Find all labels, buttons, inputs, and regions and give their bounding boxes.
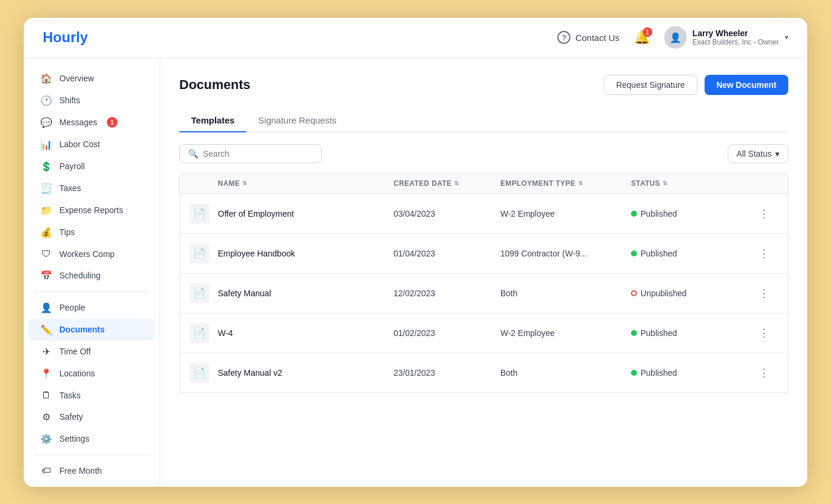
- sidebar-item-label: Locations: [59, 369, 95, 378]
- status-label: Published: [640, 209, 677, 218]
- contact-us-label: Contact Us: [575, 33, 619, 43]
- tag-icon: 🏷: [40, 465, 52, 476]
- avatar: 👤: [664, 26, 687, 49]
- more-actions-button[interactable]: ⋮: [750, 247, 778, 260]
- sidebar-item-labor-cost[interactable]: 📊 Labor Cost: [28, 134, 155, 156]
- sidebar-item-label: Overview: [59, 74, 94, 83]
- table-row[interactable]: 📄 Employee Handbook 01/04/2023 1099 Cont…: [179, 234, 788, 274]
- contact-us-button[interactable]: ? Contact Us: [557, 31, 619, 44]
- user-name: Larry Wheeler: [693, 28, 779, 38]
- sidebar-item-tips[interactable]: 💰 Tips: [28, 221, 155, 243]
- sidebar-item-payroll[interactable]: 💲 Payroll: [28, 156, 155, 177]
- sort-type-icon: ⇅: [578, 180, 583, 186]
- status-label: Published: [640, 328, 677, 338]
- doc-name: Safety Manual: [218, 289, 394, 298]
- th-created-date[interactable]: CREATED DATE ⇅: [394, 179, 500, 188]
- sort-name-icon: ⇅: [242, 180, 247, 186]
- sidebar-item-expense-reports[interactable]: 📁 Expense Reports: [28, 199, 155, 221]
- sidebar-item-overview[interactable]: 🏠 Overview: [28, 68, 155, 90]
- app-logo: Hourly: [43, 29, 88, 46]
- sidebar-item-taxes[interactable]: 🧾 Taxes: [28, 177, 155, 199]
- calendar-icon: 📅: [40, 270, 52, 281]
- shield-icon: 🛡: [40, 249, 52, 259]
- folder-icon: 📁: [40, 205, 52, 216]
- doc-date: 01/04/2023: [394, 249, 500, 258]
- messages-badge: 1: [107, 117, 118, 128]
- sidebar-item-label: Payroll: [59, 161, 85, 171]
- user-company: Exact Builders, Inc - Owner: [693, 38, 779, 46]
- search-box[interactable]: 🔍: [179, 144, 322, 163]
- status-cell: Published: [631, 328, 750, 338]
- documents-table: NAME ⇅ CREATED DATE ⇅ EMPLOYMENT TYPE ⇅ …: [179, 173, 788, 393]
- receipt-icon: 🧾: [40, 183, 52, 194]
- doc-icon: 📄: [189, 283, 210, 303]
- tab-templates[interactable]: Templates: [179, 109, 246, 132]
- main-content: Documents Request Signature New Document…: [160, 58, 807, 487]
- notification-button[interactable]: 🔔 1: [634, 30, 650, 45]
- doc-type: W-2 Employee: [500, 209, 631, 218]
- table-row[interactable]: 📄 Safety Manual v2 23/01/2023 Both Publi…: [179, 353, 788, 393]
- sidebar-item-settings[interactable]: ⚙️ Settings: [28, 428, 155, 450]
- page-header: Documents Request Signature New Document: [179, 75, 788, 95]
- sidebar-item-documents[interactable]: ✏️ Documents: [28, 319, 155, 341]
- search-input[interactable]: [203, 149, 313, 159]
- sort-status-icon: ⇅: [662, 180, 667, 186]
- status-label: Published: [640, 368, 677, 378]
- status-filter-button[interactable]: All Status ▾: [728, 144, 788, 163]
- sidebar-item-safety[interactable]: ⚙ Safety: [28, 406, 155, 428]
- sidebar-item-label: Documents: [59, 325, 104, 334]
- user-section[interactable]: 👤 Larry Wheeler Exact Builders, Inc - Ow…: [664, 26, 788, 49]
- doc-date: 23/01/2023: [394, 368, 500, 378]
- doc-type: Both: [500, 289, 631, 298]
- chart-icon: 📊: [40, 139, 52, 150]
- sidebar-item-label: Free Month: [59, 466, 102, 476]
- tips-icon: 💰: [40, 227, 52, 238]
- doc-icon: 📄: [189, 204, 210, 224]
- sidebar-item-tasks[interactable]: 🗒 Tasks: [28, 385, 155, 406]
- th-status[interactable]: STATUS ⇅: [631, 179, 750, 188]
- sidebar-item-label: Labor Cost: [59, 140, 100, 149]
- sidebar-item-time-off[interactable]: ✈ Time Off: [28, 341, 155, 363]
- table-row[interactable]: 📄 W-4 01/02/2023 W-2 Employee Published …: [179, 313, 788, 353]
- sidebar-item-scheduling[interactable]: 📅 Scheduling: [28, 265, 155, 287]
- request-signature-button[interactable]: Request Signature: [604, 75, 697, 95]
- tasks-icon: 🗒: [40, 390, 52, 401]
- sidebar-item-label: Tips: [59, 227, 75, 237]
- sidebar-item-locations[interactable]: 📍 Locations: [28, 363, 155, 385]
- sidebar-item-free-month[interactable]: 🏷 Free Month: [28, 460, 155, 481]
- doc-name: Safety Manual v2: [218, 368, 394, 378]
- sidebar-item-label: Settings: [59, 434, 90, 443]
- status-dot: [631, 330, 637, 336]
- doc-icon: 📄: [189, 243, 210, 264]
- more-actions-button[interactable]: ⋮: [750, 327, 778, 340]
- doc-type: W-2 Employee: [500, 328, 631, 338]
- th-actions: [750, 179, 778, 188]
- th-name[interactable]: NAME ⇅: [218, 179, 394, 188]
- th-employment-type[interactable]: EMPLOYMENT TYPE ⇅: [500, 179, 631, 188]
- sidebar-item-label: Safety: [59, 412, 83, 421]
- sidebar-item-workers-comp[interactable]: 🛡 Workers Comp: [28, 243, 155, 265]
- search-icon: 🔍: [188, 149, 198, 159]
- tab-signature-requests[interactable]: Signature Requests: [246, 109, 348, 132]
- table-row[interactable]: 📄 Safety Manual 12/02/2023 Both Unpublis…: [179, 274, 788, 313]
- sidebar-item-label: Tasks: [59, 391, 81, 400]
- more-actions-button[interactable]: ⋮: [750, 366, 778, 379]
- more-actions-button[interactable]: ⋮: [750, 287, 778, 300]
- table-header: NAME ⇅ CREATED DATE ⇅ EMPLOYMENT TYPE ⇅ …: [179, 173, 788, 194]
- doc-date: 12/02/2023: [394, 289, 500, 298]
- sidebar-item-people[interactable]: 👤 People: [28, 297, 155, 319]
- more-actions-button[interactable]: ⋮: [750, 207, 778, 220]
- sidebar-item-shifts[interactable]: 🕐 Shifts: [28, 90, 155, 112]
- table-row[interactable]: 📄 Offer of Employment 03/04/2023 W-2 Emp…: [179, 194, 788, 234]
- sidebar-item-label: People: [59, 303, 85, 312]
- status-dot: [631, 370, 637, 376]
- pin-icon: 📍: [40, 368, 52, 379]
- user-info: Larry Wheeler Exact Builders, Inc - Owne…: [693, 28, 779, 46]
- sidebar-item-messages[interactable]: 💬 Messages 1: [28, 112, 155, 134]
- doc-date: 03/04/2023: [394, 209, 500, 218]
- new-document-button[interactable]: New Document: [705, 75, 788, 95]
- sidebar-item-label: Time Off: [59, 347, 91, 356]
- chevron-down-icon: ▾: [785, 33, 788, 42]
- sidebar-item-label: Messages: [59, 118, 97, 127]
- top-nav: Hourly ? Contact Us 🔔 1 👤 Larry Wheeler …: [24, 18, 807, 58]
